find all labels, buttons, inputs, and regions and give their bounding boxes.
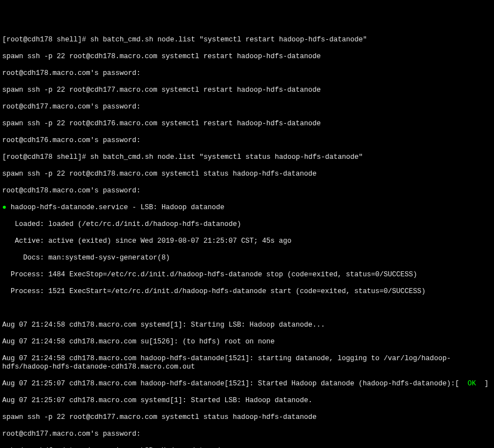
output-line: root@cdh177.macro.com's password: xyxy=(2,103,492,111)
log-line: Aug 07 21:25:07 cdh178.macro.com hadoop-… xyxy=(2,380,492,388)
output-line: Process: 1521 ExecStart=/etc/rc.d/init.d… xyxy=(2,287,492,296)
prompt-line: [root@cdh178 shell]# sh batch_cmd.sh nod… xyxy=(2,36,492,44)
output-line: Docs: man:systemd-sysv-generator(8) xyxy=(2,254,492,262)
service-line: ● hadoop-hdfs-datanode.service - LSB: Ha… xyxy=(2,204,492,212)
command-input[interactable]: sh batch_cmd.sh node.list "systemctl sta… xyxy=(91,153,363,161)
log-line: Aug 07 21:24:58 cdh178.macro.com systemd… xyxy=(2,321,492,329)
output-line: root@cdh178.macro.com's password: xyxy=(2,187,492,195)
output-line: spawn ssh -p 22 root@cdh178.macro.com sy… xyxy=(2,53,492,61)
output-line: Process: 1484 ExecStop=/etc/rc.d/init.d/… xyxy=(2,271,492,279)
log-line: Aug 07 21:24:58 cdh178.macro.com hadoop-… xyxy=(2,355,492,371)
prompt-line: [root@cdh178 shell]# sh batch_cmd.sh nod… xyxy=(2,153,492,162)
output-line: root@cdh177.macro.com's password: xyxy=(2,430,492,438)
output-line: Active: active (exited) since Wed 2019-0… xyxy=(2,237,492,246)
output-line: spawn ssh -p 22 root@cdh176.macro.com sy… xyxy=(2,120,492,128)
ok-status: OK xyxy=(468,380,476,388)
command-input[interactable]: sh batch_cmd.sh node.list "systemctl res… xyxy=(91,36,367,44)
log-line: Aug 07 21:25:07 cdh178.macro.com systemd… xyxy=(2,397,492,405)
output-line: root@cdh178.macro.com's password: xyxy=(2,69,492,78)
output-line: Loaded: loaded (/etc/rc.d/init.d/hadoop-… xyxy=(2,220,492,229)
output-line: root@cdh176.macro.com's password: xyxy=(2,136,492,145)
output-line: spawn ssh -p 22 root@cdh177.macro.com sy… xyxy=(2,413,492,422)
output-line: spawn ssh -p 22 root@cdh177.macro.com sy… xyxy=(2,86,492,95)
output-line: spawn ssh -p 22 root@cdh178.macro.com sy… xyxy=(2,170,492,178)
log-line: Aug 07 21:24:58 cdh178.macro.com su[1526… xyxy=(2,338,492,346)
status-active-icon: ● xyxy=(2,204,7,211)
output-line xyxy=(2,304,492,313)
